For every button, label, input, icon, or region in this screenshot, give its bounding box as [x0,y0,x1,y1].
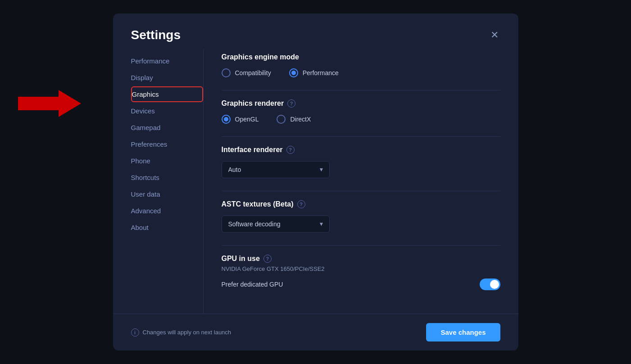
gpu-in-use-value: NVIDIA GeForce GTX 1650/PCIe/SSE2 [222,265,500,272]
radio-outer-opengl [222,115,231,124]
divider-1 [222,90,500,90]
sidebar-item-advanced[interactable]: Advanced [131,203,203,219]
sidebar-item-performance[interactable]: Performance [131,53,203,69]
radio-compatibility[interactable]: Compatibility [222,68,271,77]
radio-opengl[interactable]: OpenGL [222,115,259,124]
modal-title: Settings [131,28,181,42]
graphics-renderer-section: Graphics renderer ? OpenGL DirectX [222,99,500,124]
astc-textures-select-wrapper: Software decoding GPU decoding Disabled … [222,216,330,233]
sidebar-item-display[interactable]: Display [131,70,203,85]
sidebar-item-user-data[interactable]: User data [131,186,203,202]
interface-renderer-section: Interface renderer ? Auto OpenGL DirectX… [222,146,500,178]
settings-sidebar: Performance Display Graphics Devices Gam… [113,49,203,314]
toggle-thumb [490,280,499,289]
modal-header: Settings ✕ [113,13,518,49]
gpu-in-use-section: GPU in use ? NVIDIA GeForce GTX 1650/PCI… [222,255,500,290]
settings-content: Graphics engine mode Compatibility Perfo… [203,49,518,314]
interface-renderer-help-icon[interactable]: ? [286,146,295,154]
gpu-in-use-help-icon[interactable]: ? [263,255,272,263]
radio-inner-performance [291,71,296,75]
sidebar-item-shortcuts[interactable]: Shortcuts [131,170,203,185]
astc-textures-title: ASTC textures (Beta) ? [222,200,500,208]
radio-outer-performance [289,68,298,77]
sidebar-item-gamepad[interactable]: Gamepad [131,120,203,135]
overlay: Settings ✕ Performance Display Graphics … [0,0,631,364]
graphics-renderer-options: OpenGL DirectX [222,115,500,124]
graphics-renderer-title: Graphics renderer ? [222,99,500,108]
radio-inner-opengl [224,117,228,121]
divider-4 [222,245,500,246]
graphics-engine-mode-options: Compatibility Performance [222,68,500,77]
graphics-engine-mode-section: Graphics engine mode Compatibility Perfo… [222,53,500,77]
sidebar-item-phone[interactable]: Phone [131,153,203,169]
sidebar-item-graphics[interactable]: Graphics [131,86,203,102]
red-arrow-indicator [18,90,81,117]
radio-outer-directx [277,115,286,124]
radio-outer-compatibility [222,68,231,77]
radio-performance[interactable]: Performance [289,68,339,77]
astc-textures-help-icon[interactable]: ? [297,200,305,208]
modal-footer: i Changes will apply on next launch Save… [113,314,518,351]
settings-modal: Settings ✕ Performance Display Graphics … [113,13,518,351]
prefer-dedicated-gpu-label: Prefer dedicated GPU [222,281,283,288]
save-changes-button[interactable]: Save changes [426,323,500,342]
divider-3 [222,191,500,191]
graphics-engine-mode-title: Graphics engine mode [222,53,500,61]
sidebar-item-about[interactable]: About [131,220,203,235]
astc-textures-section: ASTC textures (Beta) ? Software decoding… [222,200,500,233]
footer-note: i Changes will apply on next launch [131,328,232,337]
radio-label-compatibility: Compatibility [235,69,271,76]
prefer-dedicated-gpu-toggle[interactable] [480,279,500,290]
gpu-in-use-label: GPU in use ? [222,255,500,263]
sidebar-item-devices[interactable]: Devices [131,103,203,119]
interface-renderer-select[interactable]: Auto OpenGL DirectX Vulkan [222,161,330,178]
radio-directx[interactable]: DirectX [277,115,311,124]
sidebar-item-preferences[interactable]: Preferences [131,136,203,152]
interface-renderer-title: Interface renderer ? [222,146,500,154]
divider-2 [222,136,500,137]
info-icon: i [131,328,139,337]
radio-label-performance: Performance [303,69,339,76]
radio-label-directx: DirectX [290,116,311,123]
close-button[interactable]: ✕ [489,28,500,42]
modal-body: Performance Display Graphics Devices Gam… [113,49,518,314]
graphics-renderer-help-icon[interactable]: ? [287,99,295,108]
radio-label-opengl: OpenGL [235,116,259,123]
prefer-dedicated-gpu-row: Prefer dedicated GPU [222,279,500,290]
astc-textures-select[interactable]: Software decoding GPU decoding Disabled [222,216,330,233]
svg-marker-0 [18,90,81,117]
interface-renderer-select-wrapper: Auto OpenGL DirectX Vulkan ▼ [222,161,330,178]
